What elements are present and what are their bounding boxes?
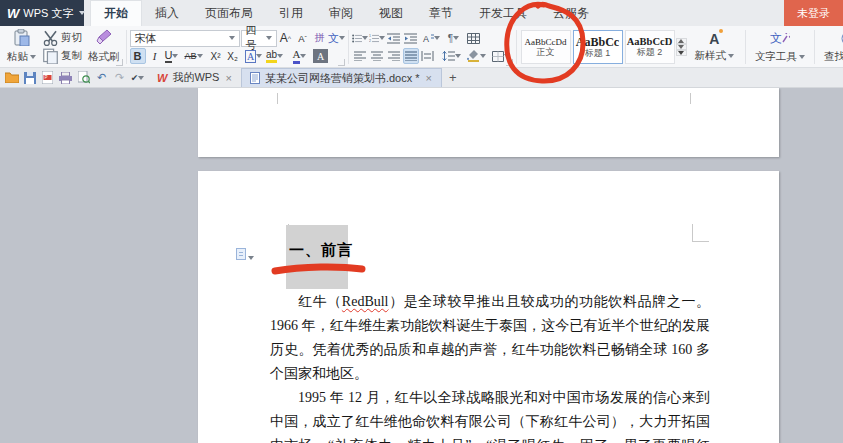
tab-developer[interactable]: 开发工具 bbox=[466, 0, 540, 26]
styles-group: AaBbCcDd 正文 AaBbCc 标题 1 AaBbCcD 标题 2 A 新… bbox=[518, 28, 745, 66]
find-replace-button[interactable]: 查找替换 bbox=[816, 28, 843, 66]
style-options-button[interactable] bbox=[236, 248, 254, 260]
open-folder-button[interactable] bbox=[4, 70, 19, 85]
paste-label: 粘贴 bbox=[7, 50, 28, 64]
close-icon[interactable]: × bbox=[425, 72, 433, 84]
new-style-icon: A bbox=[709, 30, 719, 48]
style-name: 标题 2 bbox=[637, 48, 663, 57]
clipboard-dialog-launcher-icon[interactable] bbox=[116, 59, 123, 66]
document-area[interactable]: 一、前言 红牛（RedBull）是全球较早推出且较成功的功能饮料品牌之一。196… bbox=[0, 88, 843, 443]
text-tool-button[interactable]: 文 文字工具 bbox=[747, 28, 813, 66]
paint-bucket-icon bbox=[466, 50, 480, 62]
save-icon bbox=[24, 72, 36, 84]
insert-table-button[interactable] bbox=[466, 30, 482, 46]
save-button[interactable] bbox=[22, 70, 37, 85]
align-left-button[interactable] bbox=[352, 48, 368, 64]
tab-home[interactable]: 开始 bbox=[90, 0, 142, 26]
font-family-select[interactable]: 宋体 bbox=[130, 30, 240, 47]
style-heading1[interactable]: AaBbCc 标题 1 bbox=[573, 30, 623, 64]
undo-button[interactable]: ↶ bbox=[94, 70, 109, 85]
close-icon[interactable]: × bbox=[224, 72, 232, 84]
new-document-tab-button[interactable]: + bbox=[442, 68, 464, 87]
svg-text:A: A bbox=[423, 34, 429, 44]
cut-label: 剪切 bbox=[61, 31, 82, 45]
character-shading-button[interactable]: A bbox=[313, 48, 329, 64]
shrink-font-button[interactable]: Aˇ bbox=[295, 30, 311, 46]
grow-font-button[interactable]: A^ bbox=[278, 30, 294, 46]
tab-view[interactable]: 视图 bbox=[366, 0, 416, 26]
chevron-down-icon bbox=[453, 36, 459, 40]
font-size-select[interactable]: 四号 bbox=[241, 30, 277, 47]
tab-references[interactable]: 引用 bbox=[266, 0, 316, 26]
print-preview-button[interactable] bbox=[76, 70, 91, 85]
chevron-down-icon bbox=[229, 36, 235, 40]
borders-icon bbox=[492, 51, 504, 62]
chevron-down-icon bbox=[504, 54, 510, 58]
shading-button[interactable] bbox=[464, 48, 488, 64]
font-dialog-launcher-icon[interactable] bbox=[338, 59, 345, 66]
distribute-button[interactable] bbox=[420, 48, 436, 64]
paste-button[interactable]: 粘贴 bbox=[4, 28, 39, 66]
export-pdf-button[interactable]: P bbox=[40, 70, 55, 85]
pdf-icon: P bbox=[42, 71, 53, 84]
page-current[interactable]: 一、前言 红牛（RedBull）是全球较早推出且较成功的功能饮料品牌之一。196… bbox=[198, 171, 779, 443]
find-replace-label: 查找替换 bbox=[824, 50, 843, 64]
chevron-down-icon bbox=[434, 36, 440, 40]
paragraph-2[interactable]: 1995 年 12 月，红牛以全球战略眼光和对中国市场发展的信心来到中国，成立了… bbox=[270, 386, 710, 443]
tab-section[interactable]: 章节 bbox=[416, 0, 466, 26]
svg-text:P: P bbox=[45, 75, 48, 80]
tab-insert[interactable]: 插入 bbox=[142, 0, 192, 26]
paragraph-1[interactable]: 红牛（RedBull）是全球较早推出且较成功的功能饮料品牌之一。1966 年，红… bbox=[270, 290, 710, 386]
change-case-button[interactable]: 文 bbox=[329, 30, 345, 46]
strikethrough-button[interactable]: AB bbox=[181, 48, 207, 64]
table-grid-icon bbox=[467, 33, 480, 44]
underline-button[interactable]: U bbox=[164, 48, 180, 64]
highlight-color-button[interactable]: ab bbox=[263, 48, 287, 64]
paragraph-dialog-launcher-icon[interactable] bbox=[506, 59, 513, 66]
tab-review[interactable]: 审阅 bbox=[316, 0, 366, 26]
style-gallery-scroll bbox=[676, 38, 687, 56]
chevron-down-icon bbox=[728, 54, 734, 58]
style-normal[interactable]: AaBbCcDd 正文 bbox=[521, 30, 571, 64]
phonetic-guide-button[interactable]: 拼 bbox=[312, 30, 328, 46]
numbering-button[interactable]: 12 bbox=[369, 30, 385, 46]
gallery-more-button[interactable] bbox=[676, 50, 687, 56]
bold-button[interactable]: B bbox=[130, 48, 146, 64]
decrease-indent-button[interactable] bbox=[386, 30, 402, 46]
body-text[interactable]: 红牛（RedBull）是全球较早推出且较成功的功能饮料品牌之一。1966 年，红… bbox=[270, 290, 710, 443]
heading-text[interactable]: 一、前言 bbox=[289, 241, 353, 260]
font-color-button[interactable]: A bbox=[288, 48, 312, 64]
margin-mark bbox=[692, 224, 693, 241]
tab-cloud[interactable]: 云服务 bbox=[540, 0, 602, 26]
chevron-down-icon bbox=[256, 54, 262, 58]
increase-indent-button[interactable] bbox=[403, 30, 419, 46]
login-button[interactable]: 未登录 bbox=[784, 0, 843, 26]
align-center-icon bbox=[371, 51, 383, 61]
show-marks-button[interactable]: ¶ bbox=[443, 30, 465, 46]
cut-button[interactable]: 剪切 bbox=[39, 29, 85, 47]
align-right-button[interactable] bbox=[386, 48, 402, 64]
print-button[interactable] bbox=[58, 70, 73, 85]
home-tab[interactable]: W 我的WPS × bbox=[149, 68, 241, 87]
document-tab[interactable]: 某某公司网络营销策划书.docx * × bbox=[241, 68, 442, 87]
copy-button[interactable]: 复制 bbox=[39, 47, 85, 65]
customize-toolbar-button[interactable]: ✔ bbox=[130, 70, 145, 85]
chevron-down-icon bbox=[277, 54, 283, 58]
align-center-button[interactable] bbox=[369, 48, 385, 64]
character-border-button[interactable]: A bbox=[246, 48, 262, 64]
align-right-icon bbox=[388, 51, 400, 61]
chevron-down-icon bbox=[799, 55, 805, 59]
bullets-button[interactable] bbox=[352, 30, 368, 46]
redo-button[interactable]: ↷ bbox=[112, 70, 127, 85]
style-heading2[interactable]: AaBbCcD 标题 2 bbox=[625, 30, 675, 64]
text-direction-button[interactable]: A bbox=[420, 30, 442, 46]
new-style-button[interactable]: A 新样式 bbox=[687, 29, 743, 65]
app-menu[interactable]: W WPS 文字 bbox=[0, 0, 84, 26]
page-previous-bottom[interactable] bbox=[198, 88, 779, 157]
italic-button[interactable]: I bbox=[147, 48, 163, 64]
justify-button[interactable] bbox=[403, 48, 419, 64]
align-left-icon bbox=[354, 51, 366, 61]
superscript-button[interactable]: X² bbox=[208, 48, 224, 64]
line-spacing-button[interactable] bbox=[441, 48, 463, 64]
subscript-button[interactable]: X₂ bbox=[225, 48, 241, 64]
